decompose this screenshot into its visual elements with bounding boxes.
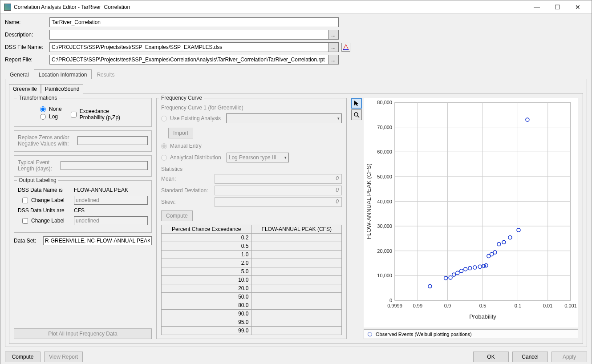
frequency-curve-legend: Frequency Curve [159, 95, 204, 101]
svg-text:40,000: 40,000 [377, 199, 392, 204]
apply-button: Apply [551, 352, 587, 362]
pointer-tool-button[interactable] [351, 98, 362, 109]
output-labeling-group: Output Labeling DSS Data Name is FLOW-AN… [14, 180, 152, 233]
tab-location-information[interactable]: Location Information [34, 69, 92, 79]
app-icon [4, 4, 11, 11]
skew-input: 0 [215, 197, 342, 207]
replace-zeros-group: Replace Zeros and/or Negative Values wit… [14, 130, 152, 152]
skew-label: Skew: [161, 199, 215, 205]
svg-text:50,000: 50,000 [377, 174, 392, 179]
typical-event-label: Typical Event Length (days): [18, 159, 58, 172]
table-row[interactable]: 2.0 [162, 259, 342, 267]
radio-log[interactable] [40, 114, 46, 120]
dataset-label: Data Set: [14, 238, 41, 244]
svg-text:60,000: 60,000 [377, 149, 392, 154]
transformations-legend: Transformations [17, 95, 59, 101]
location-subtabs: Greenville PamlicoSound [9, 84, 583, 93]
zoom-tool-button[interactable] [351, 109, 362, 120]
distribution-select: Log Pearson type III▾ [227, 153, 289, 162]
svg-text:0.01: 0.01 [543, 303, 552, 308]
table-row[interactable]: 5.0 [162, 267, 342, 276]
chart-legend: Observed Events (Weibull plotting positi… [364, 329, 578, 339]
svg-marker-0 [343, 44, 349, 50]
report-browse-button[interactable]: … [328, 55, 339, 65]
compute-stats-button: Compute [161, 210, 193, 221]
compute-button[interactable]: Compute [5, 352, 41, 362]
maximize-button[interactable]: ☐ [547, 0, 568, 14]
svg-text:0.5: 0.5 [479, 303, 486, 308]
dss-file-input[interactable] [49, 42, 328, 52]
table-row[interactable]: 50.0 [162, 293, 342, 301]
name-label: Name: [5, 19, 49, 25]
cancel-button[interactable]: Cancel [512, 352, 548, 362]
checkbox-change-label-2[interactable] [22, 218, 28, 224]
svg-text:0: 0 [389, 298, 392, 303]
freq-subtitle: Frequency Curve 1 (for Greenville) [161, 105, 342, 111]
typical-event-input [61, 161, 148, 170]
window-title: Correlation Analysis Editor - TarRiver_C… [14, 4, 527, 10]
dss-browse-button[interactable]: … [328, 42, 339, 52]
table-row[interactable]: 20.0 [162, 284, 342, 293]
radio-none[interactable] [40, 106, 46, 112]
dss-file-label: DSS File Name: [5, 44, 49, 50]
description-ellipsis-button[interactable]: … [328, 30, 339, 40]
table-header-pce: Percent Chance Exceedance [162, 225, 252, 234]
table-row[interactable]: 0.2 [162, 234, 342, 242]
dss-data-units-value: CFS [74, 207, 85, 214]
svg-text:FLOW-ANNUAL PEAK (CFS): FLOW-ANNUAL PEAK (CFS) [365, 163, 372, 239]
svg-text:10,000: 10,000 [377, 273, 392, 278]
name-input[interactable] [49, 17, 339, 27]
frequency-chart[interactable]: 010,00020,00030,00040,00050,00060,00070,… [364, 98, 578, 328]
legend-marker-icon [368, 332, 372, 336]
main-tabs: General Location Information Results [5, 69, 587, 79]
checkbox-exceedance[interactable] [71, 112, 77, 117]
svg-text:30,000: 30,000 [377, 223, 392, 229]
subtab-greenville[interactable]: Greenville [9, 84, 41, 93]
svg-text:0.9999: 0.9999 [387, 303, 402, 308]
plot-all-input-button: Plot All Input Frequency Data [14, 328, 152, 339]
transformations-group: Transformations None Log Exceedance Prob… [14, 98, 152, 127]
statistics-label: Statistics [161, 166, 342, 172]
legend-text: Observed Events (Weibull plotting positi… [376, 332, 472, 337]
svg-point-2 [354, 113, 358, 116]
report-file-label: Report File: [5, 57, 49, 63]
replace-zeros-input [77, 136, 148, 145]
description-label: Description: [5, 32, 49, 38]
dss-data-units-are-label: DSS Data Units are [18, 207, 71, 214]
mean-label: Mean: [161, 176, 215, 182]
subtab-pamlicosound[interactable]: PamlicoSound [41, 84, 83, 93]
checkbox-change-label-1[interactable] [22, 198, 28, 203]
plot-icon[interactable] [341, 43, 350, 52]
svg-line-3 [357, 116, 359, 117]
import-button: Import [168, 128, 193, 138]
table-row[interactable]: 80.0 [162, 301, 342, 310]
change-label-input-1 [74, 196, 148, 205]
table-row[interactable]: 95.0 [162, 318, 342, 327]
existing-analysis-select: ▾ [226, 113, 342, 123]
close-button[interactable]: ✕ [568, 0, 588, 14]
table-header-flow: FLOW-ANNUAL PEAK (CFS) [251, 225, 342, 234]
minimize-button[interactable]: — [527, 0, 547, 14]
report-file-input[interactable] [49, 55, 328, 65]
tab-results: Results [92, 69, 119, 79]
frequency-curve-group: Frequency Curve Frequency Curve 1 (for G… [156, 98, 347, 339]
exceedance-table[interactable]: Percent Chance Exceedance FLOW-ANNUAL PE… [161, 225, 342, 335]
replace-zeros-label: Replace Zeros and/or Negative Values wit… [18, 134, 75, 147]
table-row[interactable]: 10.0 [162, 276, 342, 284]
description-input[interactable] [49, 30, 328, 40]
ok-button[interactable]: OK [473, 352, 509, 362]
radio-manual-entry [161, 143, 167, 149]
svg-text:0.9: 0.9 [444, 303, 451, 308]
dataset-input[interactable] [43, 236, 152, 245]
table-row[interactable]: 90.0 [162, 310, 342, 318]
change-label-input-2 [74, 216, 148, 225]
sd-label: Standard Deviation: [161, 187, 215, 194]
table-row[interactable]: 1.0 [162, 251, 342, 259]
table-row[interactable]: 99.0 [162, 327, 342, 335]
svg-text:Probability: Probability [469, 313, 496, 320]
table-row[interactable]: 0.5 [162, 242, 342, 251]
tab-general[interactable]: General [5, 69, 34, 79]
output-labeling-legend: Output Labeling [17, 177, 58, 183]
dss-data-name-is-label: DSS Data Name is [18, 187, 71, 193]
view-report-button: View Report [44, 352, 83, 362]
